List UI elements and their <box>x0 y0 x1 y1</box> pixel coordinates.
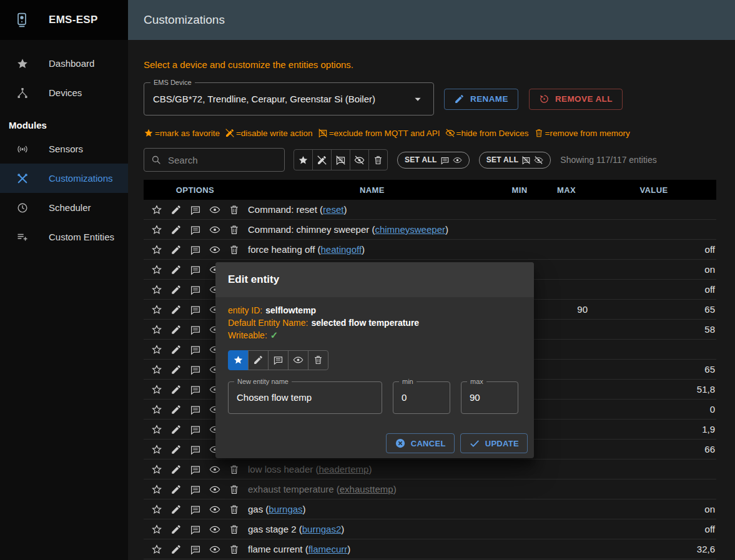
entity-id-link[interactable]: heatingoff <box>320 244 362 255</box>
star-o-icon[interactable] <box>151 304 162 315</box>
edit-icon[interactable] <box>170 424 182 435</box>
mqtt-icon[interactable] <box>190 404 201 415</box>
sidebar-item-dashboard[interactable]: Dashboard <box>0 49 128 78</box>
edit-icon[interactable] <box>170 404 182 415</box>
sidebar-item-scheduler[interactable]: Scheduler <box>0 193 128 222</box>
star-o-icon[interactable] <box>151 504 162 515</box>
delete-icon[interactable] <box>229 204 240 215</box>
entity-id-link[interactable]: reset <box>323 204 343 215</box>
eye-icon[interactable] <box>209 504 220 515</box>
delete-icon[interactable] <box>229 544 240 555</box>
search-field[interactable] <box>144 148 285 172</box>
update-button[interactable]: UPDATE <box>460 433 528 453</box>
mqtt-icon[interactable] <box>190 364 201 375</box>
star-o-icon[interactable] <box>151 204 162 215</box>
min-field[interactable]: min <box>393 381 450 414</box>
edit-icon[interactable] <box>170 524 182 535</box>
mqtt-icon[interactable] <box>190 284 201 295</box>
edit-icon[interactable] <box>170 304 182 315</box>
eye-icon[interactable] <box>209 244 220 255</box>
edit-icon[interactable] <box>170 224 182 235</box>
edit-icon[interactable] <box>170 544 182 555</box>
edit-icon[interactable] <box>170 504 182 515</box>
mqtt-icon[interactable] <box>190 424 201 435</box>
mqtt-icon[interactable] <box>190 544 201 555</box>
edit-icon[interactable] <box>170 384 182 395</box>
filter-delete-button[interactable] <box>368 149 388 170</box>
toggle-eye-button[interactable] <box>288 350 308 370</box>
star-o-icon[interactable] <box>151 484 162 495</box>
delete-icon[interactable] <box>229 484 240 495</box>
mqtt-icon[interactable] <box>190 524 201 535</box>
edit-icon[interactable] <box>170 264 182 275</box>
mqtt-icon[interactable] <box>190 504 201 515</box>
edit-icon[interactable] <box>170 244 182 255</box>
entity-id-link[interactable]: burngas2 <box>302 524 342 534</box>
eye-icon[interactable] <box>209 224 220 235</box>
remove-all-button[interactable]: REMOVE ALL <box>529 89 623 110</box>
entity-id-link[interactable]: burngas <box>269 504 302 514</box>
mqtt-icon[interactable] <box>190 464 201 475</box>
star-o-icon[interactable] <box>151 544 162 555</box>
edit-icon[interactable] <box>170 324 182 335</box>
star-o-icon[interactable] <box>151 444 162 455</box>
entity-id-link[interactable]: flamecurr <box>308 544 348 554</box>
max-field[interactable]: max <box>461 381 518 414</box>
toggle-star-button[interactable] <box>228 350 249 370</box>
mqtt-icon[interactable] <box>190 304 201 315</box>
eye-icon[interactable] <box>209 484 220 495</box>
star-o-icon[interactable] <box>151 264 162 275</box>
star-o-icon[interactable] <box>151 364 162 375</box>
sidebar-item-custom-entities[interactable]: Custom Entities <box>0 222 128 252</box>
cancel-button[interactable]: CANCEL <box>386 433 455 453</box>
eye-icon[interactable] <box>209 524 220 535</box>
star-o-icon[interactable] <box>151 224 162 235</box>
mqtt-icon[interactable] <box>190 384 201 395</box>
star-o-icon[interactable] <box>151 384 162 395</box>
set-all-button-1[interactable]: SET ALL <box>397 152 470 169</box>
delete-icon[interactable] <box>229 244 240 255</box>
filter-eye-off-button[interactable] <box>350 149 369 170</box>
star-o-icon[interactable] <box>151 424 162 435</box>
mqtt-icon[interactable] <box>190 324 201 335</box>
toggle-delete-button[interactable] <box>308 350 328 370</box>
star-o-icon[interactable] <box>151 244 162 255</box>
star-o-icon[interactable] <box>151 344 162 355</box>
eye-icon[interactable] <box>209 464 220 475</box>
delete-icon[interactable] <box>229 524 240 535</box>
edit-icon[interactable] <box>170 464 182 475</box>
search-input[interactable] <box>167 154 278 166</box>
edit-icon[interactable] <box>170 364 182 375</box>
toggle-mqtt-button[interactable] <box>268 350 289 370</box>
edit-icon[interactable] <box>170 444 182 455</box>
entity-id-link[interactable]: headertemp <box>318 464 368 474</box>
mqtt-icon[interactable] <box>190 484 201 495</box>
mqtt-icon[interactable] <box>190 224 201 235</box>
sidebar-item-customizations[interactable]: Customizations <box>0 164 128 193</box>
filter-mqtt-off-button[interactable] <box>331 149 350 170</box>
toggle-edit-button[interactable] <box>248 350 269 370</box>
delete-icon[interactable] <box>229 504 240 515</box>
min-input[interactable] <box>393 382 450 413</box>
edit-icon[interactable] <box>170 284 182 295</box>
sidebar-item-sensors[interactable]: Sensors <box>0 134 128 164</box>
delete-icon[interactable] <box>229 464 240 475</box>
ems-device-select[interactable]: EMS Device CBS/GB*72, Trendline, Cerapur… <box>144 82 434 115</box>
star-o-icon[interactable] <box>151 324 162 335</box>
mqtt-icon[interactable] <box>190 344 201 355</box>
filter-edit-off-button[interactable] <box>312 149 332 170</box>
edit-icon[interactable] <box>170 344 182 355</box>
star-o-icon[interactable] <box>151 464 162 475</box>
new-entity-name-field[interactable]: New entity name <box>228 381 382 414</box>
set-all-button-2[interactable]: SET ALL <box>479 152 551 169</box>
rename-button[interactable]: RENAME <box>444 89 518 110</box>
mqtt-icon[interactable] <box>190 264 201 275</box>
mqtt-icon[interactable] <box>190 244 201 255</box>
eye-icon[interactable] <box>209 204 220 215</box>
star-o-icon[interactable] <box>151 524 162 535</box>
new-entity-name-input[interactable] <box>229 382 382 413</box>
max-input[interactable] <box>461 382 518 413</box>
edit-icon[interactable] <box>170 484 182 495</box>
mqtt-icon[interactable] <box>190 204 201 215</box>
star-o-icon[interactable] <box>151 404 162 415</box>
